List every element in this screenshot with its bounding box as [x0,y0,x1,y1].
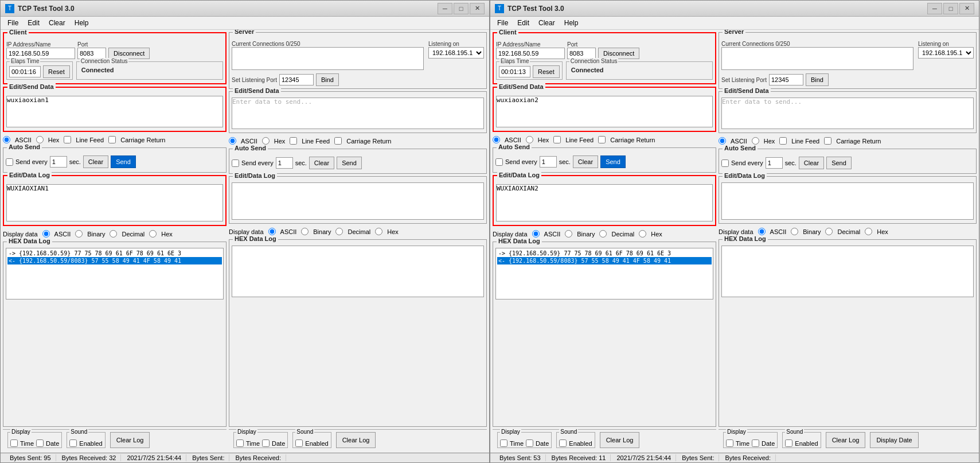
server-send-textarea-2[interactable]: Enter data to send... [721,98,974,129]
curr-conn-area-2[interactable] [721,47,913,70]
date-chk-2[interactable] [526,439,533,447]
clear-btn-1[interactable]: Clear [83,155,108,168]
disp-decimal-1[interactable] [110,230,117,238]
server-interval-1[interactable] [276,157,293,169]
server-disp-hex-2[interactable] [865,228,872,235]
disp-ascii-1[interactable] [42,230,50,238]
clear-log-btn-2[interactable]: Clear Log [600,432,640,448]
disconnect-btn-2[interactable]: Disconnect [598,48,639,59]
server-radio-ascii-1[interactable] [229,137,236,145]
disp-binary-2[interactable] [565,230,572,238]
server-enabled-chk-1[interactable] [295,439,303,447]
bind-btn-1[interactable]: Bind [316,73,339,86]
minimize-btn-2[interactable]: ─ [927,3,942,14]
server-radio-hex-2[interactable] [752,137,759,145]
radio-ascii-1[interactable] [3,136,10,143]
disp-binary-1[interactable] [75,230,83,238]
ip-input-2[interactable] [496,48,565,59]
server-radio-hex-1[interactable] [262,137,270,145]
server-chk-lf-1[interactable] [290,137,297,145]
server-send-every-1[interactable] [232,159,239,167]
menu-help-2[interactable]: Help [560,18,583,28]
server-enabled-chk-2[interactable] [785,439,792,447]
server-disp-hex-1[interactable] [375,228,382,235]
elaps-input-1[interactable] [9,66,41,77]
display-date-btn-2[interactable]: Display Date [870,432,918,448]
server-hex-area-2[interactable] [721,246,974,297]
server-clear-log-btn-1[interactable]: Clear Log [336,432,376,448]
time-chk-2[interactable] [500,439,507,447]
server-disp-decimal-1[interactable] [335,228,343,235]
disconnect-btn-1[interactable]: Disconnect [108,48,150,59]
menu-clear-2[interactable]: Clear [534,18,560,28]
menu-clear-1[interactable]: Clear [44,18,70,28]
send-textarea-1[interactable]: wuxiaoxian1 [6,96,223,127]
server-clear-btn-1[interactable]: Clear [309,157,334,169]
clear-log-btn-1[interactable]: Clear Log [110,432,150,448]
elaps-input-2[interactable] [499,66,530,77]
server-send-textarea-1[interactable]: Enter data to send... [232,98,484,129]
server-chk-lf-2[interactable] [779,137,787,145]
server-disp-binary-1[interactable] [301,228,309,235]
server-disp-ascii-1[interactable] [268,228,276,235]
server-time-chk-1[interactable] [236,439,244,447]
date-chk-1[interactable] [36,439,44,447]
set-port-input-1[interactable] [279,74,314,85]
log-textarea-2[interactable]: WUXIAOXIAN2 [496,184,713,221]
chk-linefeed-1[interactable] [64,136,71,143]
server-disp-ascii-2[interactable] [758,228,766,235]
radio-ascii-2[interactable] [493,136,500,143]
enabled-chk-1[interactable] [69,439,77,447]
reset-btn-2[interactable]: Reset [533,65,560,78]
server-clear-log-btn-2[interactable]: Clear Log [826,432,866,448]
port-input-1[interactable] [77,48,106,59]
server-disp-binary-2[interactable] [791,228,798,235]
enabled-chk-2[interactable] [559,439,567,447]
maximize-btn-1[interactable]: □ [454,3,468,14]
minimize-btn-1[interactable]: ─ [438,3,452,14]
radio-hex-2[interactable] [526,136,533,143]
log-textarea-1[interactable]: WUXIAOXIAN1 [6,184,223,221]
hex-log-area-1[interactable]: -> {192.168.50.59} 77 75 78 69 61 6F 78 … [6,248,224,299]
chk-cr-1[interactable] [108,136,116,143]
send-btn-2[interactable]: Send [600,155,626,168]
server-chk-cr-1[interactable] [334,137,342,145]
menu-edit-2[interactable]: Edit [513,18,534,28]
send-interval-1[interactable] [50,156,67,168]
close-btn-1[interactable]: ✕ [470,3,485,14]
menu-help-1[interactable]: Help [70,18,93,28]
menu-edit-1[interactable]: Edit [23,18,44,28]
port-input-2[interactable] [567,48,596,59]
close-btn-2[interactable]: ✕ [959,3,974,14]
disp-decimal-2[interactable] [599,230,607,238]
server-send-every-2[interactable] [721,159,729,167]
server-radio-ascii-2[interactable] [719,137,726,145]
server-date-chk-1[interactable] [262,439,270,447]
reset-btn-1[interactable]: Reset [43,65,70,78]
server-log-textarea-1[interactable] [232,182,484,220]
server-send-btn-1[interactable]: Send [337,157,362,169]
menu-file-2[interactable]: File [493,18,513,28]
curr-conn-area-1[interactable] [232,47,424,70]
chk-cr-2[interactable] [598,136,606,143]
server-disp-decimal-2[interactable] [825,228,833,235]
server-chk-cr-2[interactable] [824,137,831,145]
chk-linefeed-2[interactable] [553,136,561,143]
send-btn-1[interactable]: Send [111,155,136,168]
clear-btn-2[interactable]: Clear [573,155,598,168]
server-date-chk-2[interactable] [752,439,759,447]
set-port-input-2[interactable] [769,74,803,85]
listening-select-1[interactable]: 192.168.195.1 [428,47,484,59]
menu-file-1[interactable]: File [3,18,23,28]
server-send-btn-2[interactable]: Send [826,157,852,169]
radio-hex-1[interactable] [36,136,44,143]
ip-input-1[interactable] [6,48,75,59]
send-interval-2[interactable] [540,156,557,168]
bind-btn-2[interactable]: Bind [806,73,829,86]
time-chk-1[interactable] [10,439,18,447]
disp-hex-2[interactable] [639,230,646,238]
send-every-chk-2[interactable] [495,158,503,166]
send-every-chk-1[interactable] [6,158,13,166]
listening-select-2[interactable]: 192.168.195.1 [918,47,974,59]
send-textarea-2[interactable]: wuxiaoxian2 [496,96,713,127]
